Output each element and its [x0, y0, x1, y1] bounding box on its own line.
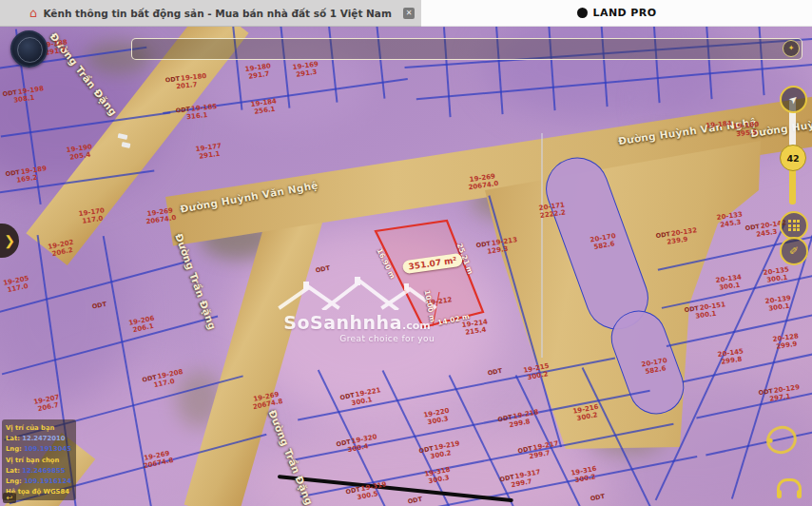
lat-picked-value: 12.2469855 [22, 467, 65, 475]
parcel-label: 19-180395.5 [733, 122, 761, 139]
browser-tab[interactable]: ⌂ Kênh thông tin bất động sản - Mua bán … [0, 0, 421, 27]
lat-value: 12.2472010 [22, 435, 65, 442]
map-canvas[interactable]: 351.07 m² SoSanhnha.com Great choice for… [0, 27, 812, 506]
screen: ⌂ Kênh thông tin bất động sản - Mua bán … [0, 0, 812, 506]
lng-label: Lng: [6, 445, 22, 453]
lng-picked-value: 109.1916124 [24, 477, 71, 485]
picked-location-title: Vị trí bạn chọn [6, 456, 72, 466]
lng-label: Lng: [6, 477, 22, 485]
zoom-slider-thumb[interactable]: 42 [780, 145, 806, 171]
search-input[interactable]: ✦ [131, 38, 802, 60]
draw-measure-button[interactable]: ✐ [780, 237, 808, 265]
tab-close-icon[interactable]: ✕ [403, 8, 415, 19]
tab-title: Kênh thông tin bất động sản - Mua bán nh… [43, 8, 392, 19]
land-pro-logo-icon [577, 8, 588, 18]
grid-icon [788, 220, 800, 231]
lat-label: Lat: [6, 467, 20, 475]
favicon-house-icon: ⌂ [29, 7, 37, 19]
back-button[interactable]: ↩ [3, 493, 16, 503]
support-headset-icon[interactable] [777, 478, 802, 493]
back-arrow-icon: ↩ [7, 494, 13, 502]
your-location-title: Vị trí của bạn [6, 423, 72, 434]
coordinates-panel: Vị trí của bạn Lat: 12.2472010 Lng: 109.… [2, 419, 76, 500]
watermark-tld: .com [402, 320, 431, 332]
app-logo [10, 30, 48, 68]
chevron-right-icon: ❯ [4, 233, 15, 248]
layers-grid-button[interactable] [780, 211, 808, 240]
browser-tab-bar: ⌂ Kênh thông tin bất động sản - Mua bán … [0, 0, 812, 27]
tab-land-pro[interactable]: LAND PRO [421, 0, 812, 27]
zoom-level-value: 42 [786, 153, 799, 164]
zoom-slider-track-bottom[interactable] [789, 168, 796, 204]
land-pro-title: LAND PRO [593, 7, 657, 19]
watermark: SoSanhnha.com Great choice for you [274, 276, 440, 343]
my-location-button[interactable]: ➤ [780, 86, 807, 113]
pen-icon: ✐ [789, 244, 799, 258]
location-arrow-icon: ➤ [786, 92, 801, 107]
search-bar-icon[interactable]: ✦ [783, 40, 800, 57]
lng-value: 109.1913045 [24, 445, 71, 453]
watermark-slogan: Great choice for you [274, 334, 440, 343]
lat-label: Lat: [6, 435, 20, 442]
watermark-roofs-icon [277, 276, 438, 310]
watermark-brand: SoSanhnha [283, 312, 402, 333]
